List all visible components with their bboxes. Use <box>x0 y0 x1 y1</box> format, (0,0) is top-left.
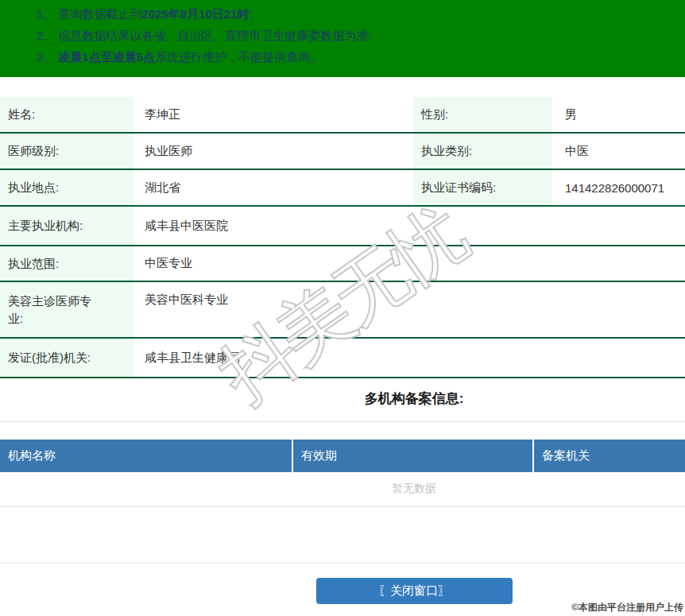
notice-text: ; <box>249 7 252 21</box>
value-name: 李坤正 <box>134 97 413 133</box>
multi-org-table: 机构名称 有效期 备案机关 暂无数据 <box>0 440 685 507</box>
notice-bold-text: 凌晨1点至凌晨5点 <box>58 50 155 64</box>
label-practice-category: 执业类别: <box>413 133 552 169</box>
value-primary-institution: 咸丰县中医医院 <box>134 206 685 246</box>
multi-org-section-title: 多机构备案信息: <box>0 391 685 407</box>
label-cosmetic-specialty: 美容主诊医师专业: <box>0 281 134 338</box>
notice-bold-text: 2025年8月10日21时 <box>141 7 249 21</box>
label-primary-institution: 主要执业机构: <box>0 206 134 246</box>
notice-number: 2、 <box>37 29 55 42</box>
button-row: 〖关闭窗口〗 <box>0 578 685 604</box>
empty-data-text: 暂无数据 <box>0 472 685 506</box>
divider <box>0 421 685 422</box>
table-row: 发证(批准)机关: 咸丰县卫生健康局 <box>0 338 685 378</box>
value-cosmetic-specialty: 美容中医科专业 <box>134 281 685 338</box>
label-practice-scope: 执业范围: <box>0 246 134 281</box>
label-name: 姓名: <box>0 97 134 133</box>
label-issuing-authority: 发证(批准)机关: <box>0 338 134 378</box>
column-header-filing-authority: 备案机关 <box>533 440 685 472</box>
result-page: 1、查询数据截止到2025年8月10日21时; 2、信息数据结果以各省、自治区、… <box>0 0 685 604</box>
close-window-button[interactable]: 〖关闭窗口〗 <box>316 578 513 604</box>
table-row: 医师级别: 执业医师 执业类别: 中医 <box>0 133 685 169</box>
notice-line-2: 2、信息数据结果以各省、自治区、直辖市卫生健康委数据为准; <box>37 25 685 46</box>
notice-banner: 1、查询数据截止到2025年8月10日21时; 2、信息数据结果以各省、自治区、… <box>0 0 685 77</box>
value-certificate-code: 141422826000071 <box>552 169 685 206</box>
table-row: 执业范围: 中医专业 <box>0 246 685 281</box>
label-gender: 性别: <box>413 97 552 133</box>
practitioner-info-table: 姓名: 李坤正 性别: 男 医师级别: 执业医师 执业类别: 中医 执业地点: … <box>0 97 685 378</box>
notice-text: 系统进行维护，不能提供查询。 <box>155 50 322 64</box>
table-row: 主要执业机构: 咸丰县中医医院 <box>0 206 685 246</box>
value-gender: 男 <box>552 97 685 133</box>
empty-data-row: 暂无数据 <box>0 472 685 506</box>
value-doctor-level: 执业医师 <box>134 133 413 169</box>
table-row: 美容主诊医师专业: 美容中医科专业 <box>0 281 685 338</box>
column-header-validity: 有效期 <box>292 440 533 472</box>
value-practice-scope: 中医专业 <box>134 246 685 281</box>
notice-line-1: 1、查询数据截止到2025年8月10日21时; <box>37 3 685 25</box>
column-header-institution: 机构名称 <box>0 440 292 472</box>
multi-org-header-row: 机构名称 有效期 备案机关 <box>0 440 685 472</box>
label-doctor-level: 医师级别: <box>0 133 134 169</box>
notice-text: 查询数据截止到 <box>58 7 141 21</box>
value-practice-category: 中医 <box>552 133 685 169</box>
footer-credit-text: ©本图由平台注册用户上传 <box>571 601 683 614</box>
divider <box>0 563 685 564</box>
notice-number: 1、 <box>37 7 55 21</box>
notice-number: 3、 <box>37 50 55 64</box>
value-issuing-authority: 咸丰县卫生健康局 <box>134 338 685 378</box>
label-certificate-code: 执业证书编码: <box>413 169 552 206</box>
table-row: 执业地点: 湖北省 执业证书编码: 141422826000071 <box>0 169 685 206</box>
label-practice-location: 执业地点: <box>0 169 134 206</box>
notice-text: 信息数据结果以各省、自治区、直辖市卫生健康委数据为准; <box>58 29 371 42</box>
table-row: 姓名: 李坤正 性别: 男 <box>0 97 685 133</box>
value-practice-location: 湖北省 <box>134 169 413 206</box>
notice-line-3: 3、凌晨1点至凌晨5点系统进行维护，不能提供查询。 <box>37 46 685 68</box>
